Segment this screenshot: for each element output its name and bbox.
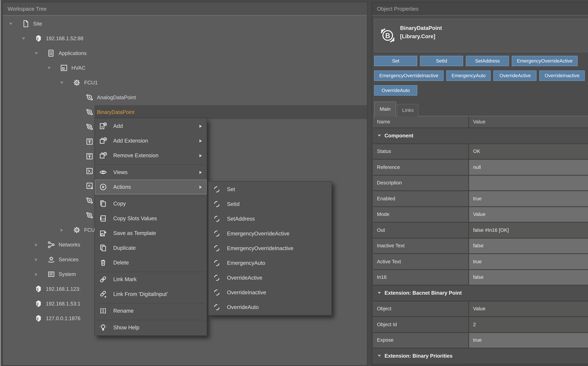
menu-item-show-help[interactable]: Show Help [95,320,207,335]
property-value[interactable]: true [469,191,588,206]
menu-item-overrideinactive[interactable]: OverrideInactive [209,285,332,300]
tree-item-label: 192.168.1.52:88 [46,36,83,41]
menu-item-remove-extension[interactable]: Remove Extension [95,148,207,163]
tab-links[interactable]: Links [397,104,418,116]
tab-main[interactable]: Main [374,102,396,116]
menu-item-add[interactable]: ★Add [95,119,207,133]
transfer-up-icon [85,152,94,161]
menu-item-overrideactive[interactable]: OverrideActive [209,270,332,285]
menu-item-views[interactable]: Views [95,165,207,180]
menu-item-emergencyoverrideinactive[interactable]: EmergencyOverrideInactive [209,241,332,256]
point-m-icon: M [85,122,94,131]
menu-item-setaddress[interactable]: SetAddress [209,212,332,226]
property-value[interactable]: Value [469,207,588,222]
svg-text:B: B [385,32,390,39]
menu-item-link-from-digitalinput[interactable]: Link From 'DigitalInput' [95,287,207,301]
gear-icon [72,78,81,87]
menu-item-set[interactable]: Set [209,182,332,197]
property-name: Mode [373,207,469,222]
property-name: In16 [373,270,469,285]
action-buttons: SetSetIdSetAddressEmergencyOverrideActiv… [374,56,588,96]
tree-item-binarydatapoint[interactable]: BBinaryDataPoint [3,105,367,119]
tree-item-label: Networks [59,242,80,248]
device-icon [34,285,43,293]
expander-expanded-icon[interactable] [20,37,27,40]
property-value[interactable]: true [469,333,588,348]
menu-item-actions[interactable]: Actions [95,180,207,194]
expander-expanded-icon[interactable] [33,52,39,54]
property-value[interactable] [469,175,588,191]
collapse-triangle-icon [378,355,381,357]
property-row-reference: Referencenull [373,160,588,175]
action-button-emergencyauto[interactable]: EmergencyAuto [446,70,491,81]
menu-item-rename[interactable]: Rename [95,304,207,318]
property-name: Object [373,301,469,316]
svg-text:123: 123 [101,218,105,220]
property-value[interactable]: false [469,270,588,285]
property-value[interactable]: true [469,254,588,269]
property-name: Object Id [373,317,469,332]
action-button-setid[interactable]: SetId [420,56,463,66]
expander-expanded-icon[interactable] [8,23,14,25]
property-value[interactable] [469,364,588,365]
tree-item-analogdatapoint[interactable]: AAnalogDataPoint [3,90,367,105]
property-rows: ComponentStatusOKReferencenullDescriptio… [373,128,588,364]
tree-item-192-168-1-52-88[interactable]: 192.168.1.52:88 [3,31,367,46]
binary-data-point-icon: B [379,26,397,46]
menu-item-emergencyauto[interactable]: EmergencyAuto [209,256,332,270]
system-icon [47,270,55,279]
property-value[interactable]: null [469,160,588,175]
tree-item-label: Services [59,256,78,262]
action-button-emergencyoverrideactive[interactable]: EmergencyOverrideActive [512,56,578,66]
section-header-component[interactable]: Component [373,128,588,144]
menu-separator [97,163,205,165]
menu-item-save-as-template[interactable]: Save as Template [95,226,207,240]
expander-collapsed-icon[interactable] [33,273,39,276]
property-row-active-text: Active Texttrue [373,254,588,270]
menu-item-label: Rename [113,308,134,314]
action-button-overrideactive[interactable]: OverrideActive [494,70,537,81]
menu-item-emergencyoverrideactive[interactable]: EmergencyOverrideActive [209,226,332,241]
svg-text:B: B [88,110,91,114]
action-button-overrideauto[interactable]: OverrideAuto [374,85,417,96]
expander-expanded-icon[interactable] [46,67,52,69]
menu-item-add-extension[interactable]: Add Extension [95,133,207,148]
rename-icon [99,306,107,315]
submenu-arrow-icon [200,185,202,189]
action-button-overrideinactive[interactable]: OverrideInactive [539,70,585,81]
object-summary-box: B BinaryDataPoint [Library.Core] [374,19,588,52]
export-icon [85,167,94,175]
section-header-extension-bacnet-binary-point[interactable]: Extension: Bacnet Binary Point [373,286,588,301]
menu-item-overrideauto[interactable]: OverrideAuto [209,300,332,315]
action-button-emergencyoverrideinactive[interactable]: EmergencyOverrideInactive [374,70,444,81]
tree-item-hvac[interactable]: HVAC [3,61,367,75]
expander-collapsed-icon[interactable] [59,228,65,232]
property-value: false #In16 [OK] [469,223,588,237]
tree-item-fcu1[interactable]: FCU1 [3,75,367,90]
object-properties-panel: Object Properties B BinaryDataPoint [Lib… [372,2,588,366]
expander-expanded-icon[interactable] [59,81,65,84]
views-icon [99,168,107,177]
section-title: Extension: Binary Priorities [385,353,453,359]
menu-item-copy[interactable]: Copy [95,196,207,211]
menu-item-duplicate[interactable]: Duplicate [95,241,207,255]
tree-item-site[interactable]: Site [3,16,367,31]
action-button-setaddress[interactable]: SetAddress [466,56,509,66]
property-name [373,364,469,365]
property-value[interactable]: false [469,238,588,253]
expander-collapsed-icon[interactable] [33,258,39,261]
property-value: OK [469,144,588,159]
expander-collapsed-icon[interactable] [33,243,39,246]
menu-item-delete[interactable]: Delete [95,255,207,270]
menu-separator [97,194,205,196]
menu-item-link-mark[interactable]: Link Mark [95,272,207,287]
menu-item-copy-slots-values[interactable]: 123Copy Slots Values [95,211,207,226]
menu-item-label: Copy Slots Values [113,215,157,221]
run-action-icon [212,229,221,238]
section-header-extension-binary-priorities[interactable]: Extension: Binary Priorities [373,349,588,364]
action-button-set[interactable]: Set [374,56,417,66]
menu-item-label: EmergencyAuto [227,260,265,266]
menu-item-setid[interactable]: SetId [209,197,332,212]
tree-item-applications[interactable]: Applications [3,46,367,61]
menu-item-label: Save as Template [113,230,156,236]
